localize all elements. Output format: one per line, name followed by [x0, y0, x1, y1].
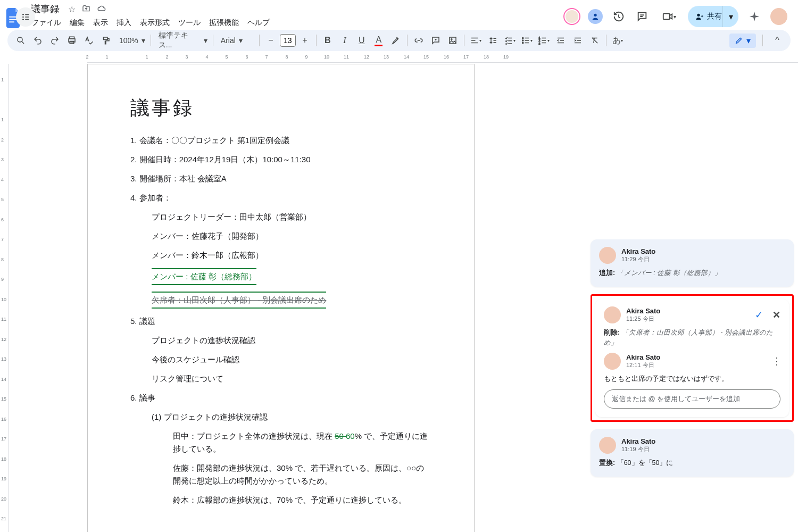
text-line: プロジェクトリーダー：田中太郎（営業部） [130, 211, 431, 223]
paint-format-icon[interactable] [98, 32, 114, 48]
text-line: プロジェクトの進捗状況確認 [130, 334, 431, 347]
outline-toggle-icon[interactable] [16, 7, 35, 27]
svg-rect-4 [663, 14, 669, 20]
checklist-icon[interactable]: ▾ [502, 32, 518, 48]
commenter-name: Akira Sato [626, 307, 660, 315]
avatar [604, 306, 621, 323]
redo-icon[interactable] [47, 32, 63, 48]
move-icon[interactable] [82, 4, 90, 14]
comments-icon[interactable] [635, 9, 650, 24]
text-line: 6. 議事 [130, 392, 431, 404]
font-size-input[interactable] [280, 34, 296, 47]
align-icon[interactable]: ▾ [468, 32, 484, 48]
link-icon[interactable] [411, 32, 427, 48]
comment-time: 11:29 今日 [621, 255, 655, 263]
text-line: 鈴木：広報部の進捗状況は、70% で、予定通りに進捗している。 [130, 494, 431, 506]
text-line: 4. 参加者： [130, 192, 431, 204]
text-line: (1) プロジェクトの進捗状況確認 [130, 411, 431, 423]
avatar [599, 437, 616, 454]
action-label: 追加: [599, 269, 615, 277]
reject-icon[interactable]: ✕ [772, 309, 780, 321]
underline-icon[interactable]: U [354, 32, 370, 48]
anon-collaborator-icon[interactable] [588, 9, 603, 24]
suggestion-deleted: 欠席者：山田次郎（人事部） - 別会議出席のため [130, 292, 431, 309]
suggestion-added: メンバー : 佐藤 彰（総務部） [130, 268, 431, 285]
action-label: 置換: [599, 459, 615, 467]
indent-decrease-icon[interactable] [553, 32, 569, 48]
star-icon[interactable]: ☆ [68, 4, 76, 14]
toolbar: 100%▾ 標準テキス...▾ Arial▾ − + B I U A ▾ ▾ ▾… [7, 30, 791, 51]
avatar [599, 247, 616, 264]
menu-format[interactable]: 表示形式 [136, 16, 173, 30]
font-increase-icon[interactable]: + [297, 32, 313, 48]
action-text: 「メンバー : 佐藤 彰（総務部）」 [617, 269, 721, 277]
avatar [604, 353, 621, 370]
text-line: メンバー：鈴木一郎（広報部） [130, 249, 431, 262]
line-spacing-icon[interactable] [485, 32, 501, 48]
menu-insert[interactable]: 挿入 [113, 16, 135, 30]
svg-point-3 [594, 14, 596, 16]
text-line: リスク管理について [130, 372, 431, 385]
heading: 議事録 [130, 95, 431, 121]
text-color-icon[interactable]: A [371, 32, 387, 48]
menu-extensions[interactable]: 拡張機能 [205, 16, 243, 30]
italic-icon[interactable]: I [337, 32, 353, 48]
zoom-select[interactable]: 100%▾ [115, 33, 147, 48]
text-line: メンバー：佐藤花子（開発部） [130, 230, 431, 243]
reply-name: Akira Sato [626, 353, 660, 361]
suggestion-card[interactable]: Akira Sato 11:29 今日 追加: 「メンバー : 佐藤 彰（総務部… [591, 239, 794, 287]
ime-icon[interactable]: あ▾ [610, 32, 626, 48]
undo-icon[interactable] [30, 32, 46, 48]
menu-view[interactable]: 表示 [89, 16, 112, 30]
clear-format-icon[interactable] [587, 32, 603, 48]
svg-point-6 [18, 37, 22, 42]
share-dropdown[interactable]: ▾ [722, 6, 738, 27]
print-icon[interactable] [64, 32, 80, 48]
comment-time: 11:25 今日 [626, 315, 660, 323]
gemini-icon[interactable] [747, 9, 762, 24]
svg-rect-1 [9, 19, 16, 20]
text-line: 5. 議題 [130, 315, 431, 328]
indent-increase-icon[interactable] [570, 32, 586, 48]
svg-point-12 [522, 37, 523, 38]
text-line: 田中：プロジェクト全体の進捗状況は、現在 50 60% で、予定通りに進捗してい… [130, 430, 431, 455]
menu-edit[interactable]: 編集 [66, 16, 88, 30]
search-icon[interactable] [13, 32, 29, 48]
horizontal-ruler[interactable]: 2112345678910111213141516171819 [0, 54, 798, 64]
highlight-icon[interactable] [388, 32, 404, 48]
account-avatar[interactable] [770, 8, 787, 25]
history-icon[interactable] [611, 9, 626, 24]
numbered-list-icon[interactable]: 123▾ [536, 32, 552, 48]
font-select[interactable]: Arial▾ [217, 33, 256, 48]
vertical-ruler[interactable]: 1123456789101112131415161718192021 [0, 64, 9, 532]
collapse-toolbar-icon[interactable]: ^ [769, 32, 785, 48]
menu-help[interactable]: ヘルプ [244, 16, 273, 30]
svg-point-14 [522, 42, 523, 43]
menu-bar: ファイル 編集 表示 挿入 表示形式 ツール 拡張機能 ヘルプ [28, 16, 273, 30]
reply-input[interactable]: 返信または @ を使用してユーザーを追加 [604, 389, 780, 409]
bold-icon[interactable]: B [320, 32, 336, 48]
document-page[interactable]: 議事録 1. 会議名：〇〇プロジェクト 第1回定例会議 2. 開催日時：2024… [87, 64, 475, 532]
spellcheck-icon[interactable] [81, 32, 97, 48]
font-decrease-icon[interactable]: − [263, 32, 279, 48]
menu-tools[interactable]: ツール [174, 16, 204, 30]
style-select[interactable]: 標準テキス...▾ [154, 33, 210, 48]
suggestion-card[interactable]: Akira Sato 11:19 今日 置換: 「60」を「50」に [591, 429, 794, 477]
suggestion-card-active[interactable]: Akira Sato 11:25 今日 ✓ ✕ 削除: 「欠席者：山田次郎（人事… [595, 299, 789, 417]
bullet-list-icon[interactable]: ▾ [519, 32, 535, 48]
meet-icon[interactable]: ▾ [658, 9, 679, 24]
comments-panel: Akira Sato 11:29 今日 追加: 「メンバー : 佐藤 彰（総務部… [585, 234, 798, 532]
editing-mode-button[interactable]: ▾ [729, 34, 756, 48]
action-label: 削除: [604, 329, 620, 336]
insert-image-icon[interactable] [445, 32, 461, 48]
collaborator-avatar[interactable] [564, 9, 579, 24]
svg-rect-2 [9, 21, 14, 22]
commenter-name: Akira Sato [621, 437, 655, 445]
more-icon[interactable]: ⋮ [772, 355, 780, 367]
text-line: 今後のスケジュール確認 [130, 353, 431, 366]
cloud-status-icon[interactable] [97, 4, 106, 14]
commenter-name: Akira Sato [621, 247, 655, 255]
accept-icon[interactable]: ✓ [755, 309, 763, 321]
add-comment-icon[interactable] [428, 32, 444, 48]
svg-point-5 [697, 14, 700, 16]
